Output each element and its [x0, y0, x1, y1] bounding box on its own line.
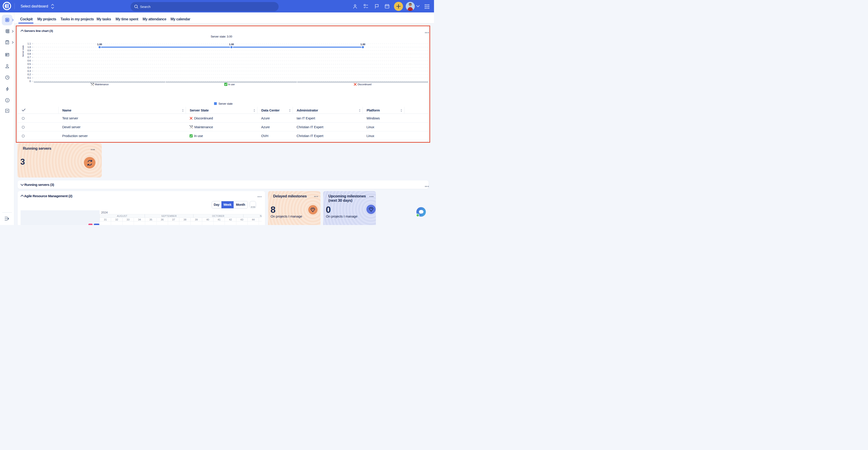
svg-text:1.00: 1.00 — [360, 43, 365, 46]
svg-text:0.3: 0.3 — [27, 69, 31, 72]
svg-text:1.00: 1.00 — [97, 43, 102, 46]
svg-text:0.5: 0.5 — [27, 63, 31, 65]
svg-text:1.00: 1.00 — [229, 43, 234, 46]
svg-text:0.7: 0.7 — [27, 56, 31, 59]
svg-text:0.8: 0.8 — [27, 53, 31, 55]
svg-text:0.6: 0.6 — [27, 59, 31, 62]
svg-text:1.0: 1.0 — [27, 45, 31, 48]
svg-text:0.1: 0.1 — [27, 76, 31, 79]
svg-text:0.2: 0.2 — [27, 73, 31, 75]
svg-text:0.4: 0.4 — [27, 66, 31, 69]
svg-text:Server state: 3.00: Server state: 3.00 — [211, 35, 232, 38]
svg-text:Server state: Server state — [218, 102, 233, 105]
svg-text:Discontinued: Discontinued — [358, 83, 371, 86]
svg-text:Maintenance: Maintenance — [95, 83, 108, 86]
svg-text:0.9: 0.9 — [27, 49, 31, 52]
svg-text:In use: In use — [228, 83, 235, 86]
svg-text:Server state: Server state — [22, 45, 24, 57]
svg-text:1.1: 1.1 — [27, 42, 31, 45]
svg-text:0: 0 — [29, 79, 31, 82]
